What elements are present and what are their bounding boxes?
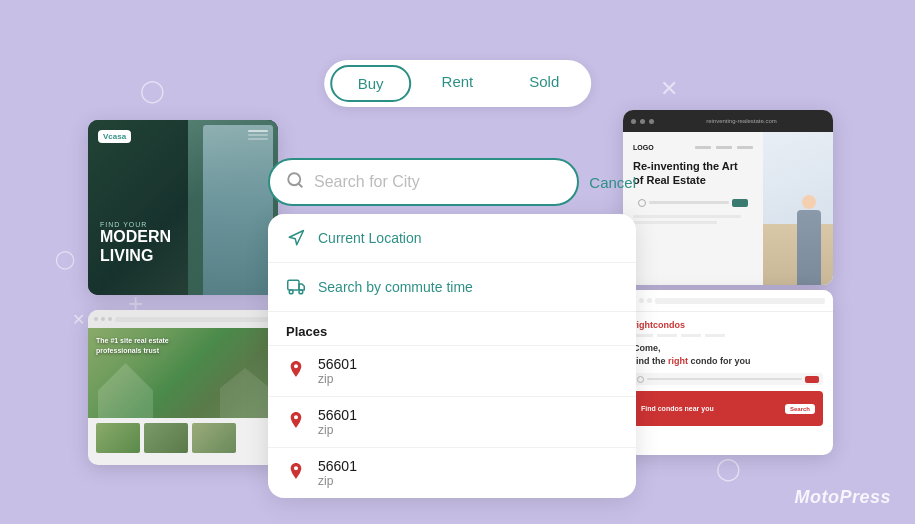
search-icon [286,171,304,193]
place-info-1: 56601 zip [318,356,357,386]
current-location-label: Current Location [318,230,422,246]
deco-x-1: ✕ [660,78,678,100]
tab-sold[interactable]: Sold [503,65,585,102]
card-bottom-left-header [88,310,278,328]
card-bl-urlbar [115,317,272,322]
card-br-tagline-accent: right [668,356,688,366]
place-info-2: 56601 zip [318,407,357,437]
card-bl-thumbnails [88,418,278,458]
motopress-watermark: MotoPress [794,487,891,508]
card-right-title: Re-inventing the Art of Real Estate [633,159,753,188]
deco-circle-1: ◯ [140,80,165,102]
card-modern-living: Vcasa Find Your MODERN LIVING [88,120,278,295]
tab-bar: Buy Rent Sold [324,60,592,107]
card-right-dot-1 [631,119,636,124]
places-header: Places [268,312,636,345]
deco-circle-2: ◯ [55,250,75,268]
place-item-3[interactable]: 56601 zip [268,447,636,498]
place-type-3: zip [318,474,357,488]
card-right-url: reinventing-realestate.com [658,118,825,124]
place-pin-icon-2 [286,412,306,432]
svg-line-1 [298,183,301,186]
svg-point-5 [299,290,303,294]
card-bl-thumb-3 [192,423,236,453]
commute-label: Search by commute time [318,279,473,295]
deco-x-2: ✕ [72,312,85,328]
card-left-eyebrow: Find Your [100,221,171,228]
search-dropdown: Current Location Search by commute time … [268,214,636,498]
place-item-1[interactable]: 56601 zip [268,345,636,396]
place-type-2: zip [318,423,357,437]
card-bl-thumb-2 [144,423,188,453]
svg-point-4 [289,290,293,294]
search-placeholder-text: Search for City [314,173,561,191]
current-location-item[interactable]: Current Location [268,214,636,263]
svg-rect-3 [288,280,299,290]
card-bl-thumb-1 [96,423,140,453]
card-left-logo: Vcasa [98,130,131,143]
card-br-body: rightcondos Come,find the right condo fo… [623,312,833,434]
cancel-button[interactable]: Cancel [589,174,636,191]
card-right-dot-2 [640,119,645,124]
place-type-1: zip [318,372,357,386]
card-bl-overlay-text: The #1 site real estate professionals tr… [96,336,169,356]
search-modal: Search for City Cancel Current Location [268,158,636,498]
search-input-wrapper[interactable]: Search for City [268,158,579,206]
deco-circle-5: ◯ [716,458,741,480]
card-bl-dot-3 [108,317,112,321]
tab-rent[interactable]: Rent [416,65,500,102]
place-number-1: 56601 [318,356,357,372]
card-bl-dot-2 [101,317,105,321]
card-br-tagline: Come,find the right condo for you [633,342,823,367]
card-reinventing: reinventing-realestate.com LOGO Re-inven… [623,110,833,285]
card-br-header [623,290,833,312]
card-br-dot-3 [647,298,652,303]
card-realestate-trust: The #1 site real estate professionals tr… [88,310,278,465]
card-rightcondos: rightcondos Come,find the right condo fo… [623,290,833,455]
card-br-dot-2 [639,298,644,303]
card-br-search-btn[interactable]: Search [785,404,815,414]
svg-marker-2 [289,231,303,245]
card-right-dot-3 [649,119,654,124]
card-br-urlbar [655,298,825,304]
card-bottom-left-image: The #1 site real estate professionals tr… [88,328,278,418]
place-info-3: 56601 zip [318,458,357,488]
place-item-2[interactable]: 56601 zip [268,396,636,447]
card-right-text-col: LOGO Re-inventing the Art of Real Estate [623,132,763,285]
commute-icon [286,277,306,297]
place-pin-icon-1 [286,361,306,381]
card-bl-dot-1 [94,317,98,321]
card-br-banner-text: Find condos near you [641,405,714,412]
commute-item[interactable]: Search by commute time [268,263,636,312]
location-arrow-icon [286,228,306,248]
search-bar-row: Search for City Cancel [268,158,636,206]
card-br-logo: rightcondos [633,320,823,330]
card-left-text: Find Your MODERN LIVING [100,221,171,265]
card-right-image [763,132,833,285]
tab-buy[interactable]: Buy [330,65,412,102]
card-left-title: MODERN LIVING [100,228,171,265]
card-br-banner: Find condos near you Search [633,391,823,426]
place-pin-icon-3 [286,463,306,483]
place-number-3: 56601 [318,458,357,474]
place-number-2: 56601 [318,407,357,423]
